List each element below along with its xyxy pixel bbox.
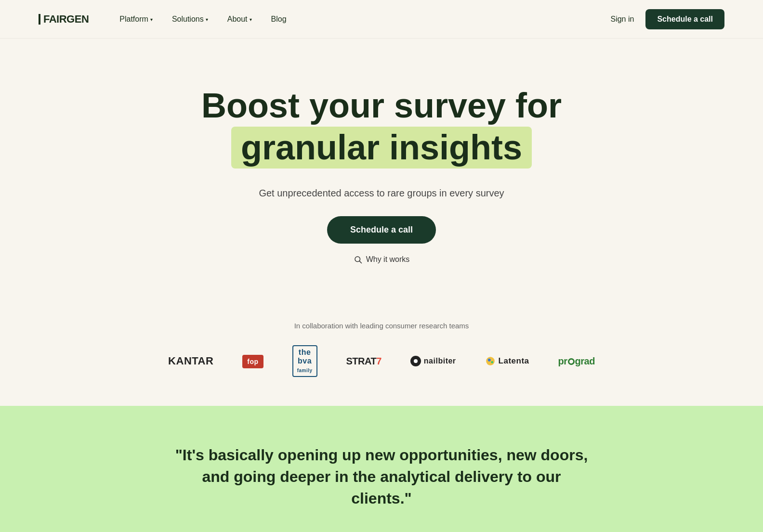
logo-strat7: STRAT7 (346, 356, 382, 367)
chevron-down-icon: ▾ (250, 17, 252, 22)
logos-section: In collaboration with leading consumer r… (0, 302, 763, 406)
logo: FAIRGEN (39, 13, 89, 26)
nav-blog-label: Blog (271, 15, 287, 24)
search-icon (354, 255, 362, 264)
sign-in-link[interactable]: Sign in (610, 15, 634, 24)
logo-fop: fop (242, 356, 263, 366)
nav-blog[interactable]: Blog (263, 11, 294, 27)
logo-latenta: Latenta (485, 356, 529, 366)
logo-kantar: KANTAR (168, 355, 213, 367)
nav-right: Sign in Schedule a call (610, 9, 724, 29)
nav-platform[interactable]: Platform ▾ (112, 11, 160, 27)
nav-about-label: About (227, 15, 248, 24)
chevron-down-icon: ▾ (206, 17, 208, 22)
nav-solutions[interactable]: Solutions ▾ (164, 11, 216, 27)
svg-point-4 (491, 361, 493, 363)
navbar: FAIRGEN Platform ▾ Solutions ▾ About ▾ B… (0, 0, 763, 39)
schedule-call-button-nav[interactable]: Schedule a call (645, 9, 724, 29)
hero-title-highlight: granular insights (231, 127, 532, 169)
chevron-down-icon: ▾ (150, 17, 153, 22)
hero-title: Boost your survey for granular insights (201, 87, 562, 169)
why-it-works-label: Why it works (366, 255, 410, 264)
hero-title-line1: Boost your survey for (201, 86, 562, 125)
logo-bva: thebvafamily (292, 345, 317, 377)
nav-links: Platform ▾ Solutions ▾ About ▾ Blog (112, 11, 610, 27)
nav-platform-label: Platform (119, 15, 148, 24)
nav-solutions-label: Solutions (172, 15, 204, 24)
schedule-call-button-hero[interactable]: Schedule a call (327, 216, 436, 244)
latenta-icon (485, 356, 496, 366)
testimonial-section: "It's basically opening up new opportuni… (0, 406, 763, 532)
svg-line-1 (359, 261, 361, 263)
testimonial-quote: "It's basically opening up new opportuni… (174, 444, 589, 509)
logo-nailbiter: nailbiter (410, 356, 456, 366)
logo-bar (39, 14, 40, 25)
hero-section: Boost your survey for granular insights … (0, 39, 763, 302)
hero-subtitle: Get unprecedented access to rare groups … (259, 188, 504, 199)
logos-label: In collaboration with leading consumer r… (39, 322, 724, 330)
nav-about[interactable]: About ▾ (220, 11, 260, 27)
logo-text: FAIRGEN (43, 13, 89, 26)
svg-point-2 (486, 357, 495, 366)
logo-prograd: prgrad (558, 356, 595, 367)
logos-row: KANTAR fop thebvafamily STRAT7 nailbiter… (39, 345, 724, 377)
why-it-works-link[interactable]: Why it works (354, 255, 410, 264)
svg-point-3 (487, 359, 490, 362)
nailbiter-icon (410, 356, 421, 366)
